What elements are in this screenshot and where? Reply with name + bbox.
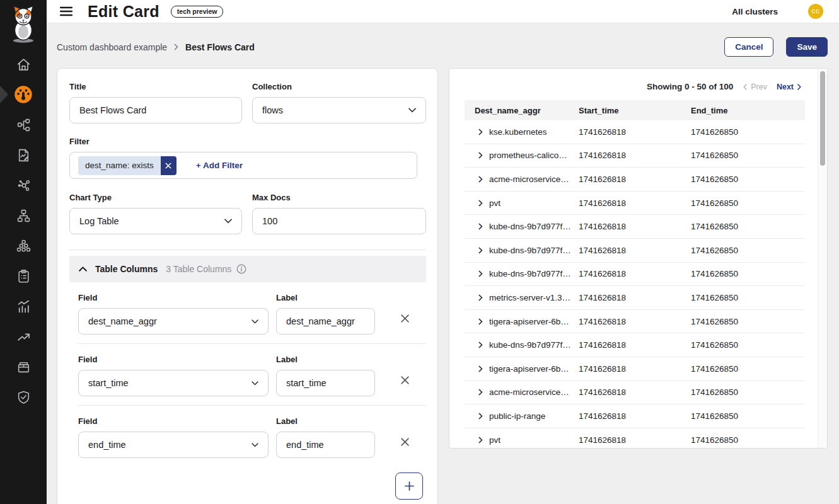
table-row[interactable]: pvt 1741626818 1741626850	[465, 192, 805, 215]
cluster-selector[interactable]: All clusters	[732, 7, 778, 16]
row-expand-chevron-icon[interactable]	[478, 413, 483, 420]
cell-dest-name-aggr: tigera-apiserver-6b…	[489, 317, 569, 326]
cell-end-time: 1741626850	[691, 293, 805, 302]
plus-icon	[405, 481, 414, 491]
sidebar-item-reports[interactable]	[0, 140, 47, 170]
chevron-right-icon	[797, 84, 801, 90]
table-row[interactable]: prometheus-calico… 1741626818 1741626850	[465, 144, 805, 168]
remove-column-button[interactable]	[398, 435, 412, 449]
active-item-wedge	[0, 86, 8, 103]
sidebar-item-packages[interactable]	[0, 352, 47, 382]
document-edit-icon	[16, 148, 31, 163]
hamburger-menu-icon[interactable]	[59, 4, 74, 19]
label-input[interactable]	[276, 370, 375, 396]
divider	[69, 249, 426, 250]
table-row[interactable]: tigera-apiserver-6b… 1741626818 17416268…	[465, 310, 805, 334]
column-header-dest-name-aggr: Dest_name_aggr	[465, 106, 579, 115]
max-docs-input[interactable]	[252, 208, 426, 234]
sidebar-item-clusters[interactable]	[0, 231, 47, 261]
table-row[interactable]: kube-dns-9b7d977f… 1741626818 1741626850	[465, 333, 805, 357]
trend-arrow-icon	[16, 329, 31, 344]
chevron-down-icon	[408, 108, 416, 113]
field-select[interactable]: start_time	[78, 370, 269, 396]
top-bar: Edit Card tech preview All clusters CC	[47, 0, 839, 23]
collection-select[interactable]: flows	[252, 97, 426, 123]
row-expand-chevron-icon[interactable]	[478, 389, 483, 396]
shield-check-icon	[16, 390, 31, 404]
cell-dest-name-aggr: public-ip-range	[489, 411, 545, 421]
field-select[interactable]: dest_name_aggr	[78, 308, 269, 335]
sidebar-nav	[0, 49, 47, 412]
label-input[interactable]	[276, 432, 375, 458]
sidebar-item-flow-visualizations[interactable]	[0, 170, 47, 200]
row-expand-chevron-icon[interactable]	[478, 437, 483, 444]
table-row[interactable]: acme-microservice… 1741626818 1741626850	[465, 381, 805, 405]
vertical-scrollbar[interactable]	[818, 69, 827, 448]
table-columns-rows: Field dest_name_aggr Label Field start_t…	[69, 282, 426, 467]
info-icon[interactable]	[236, 264, 246, 274]
table-row[interactable]: kube-dns-9b7d977f… 1741626818 1741626850	[465, 215, 805, 239]
remove-column-button[interactable]	[398, 311, 412, 326]
add-column-button[interactable]	[395, 472, 423, 500]
table-row[interactable]: pvt 1741626818 1741626850	[465, 428, 805, 449]
table-column-editor-row: Field end_time Label	[78, 405, 426, 467]
clipboard-list-icon	[16, 269, 31, 284]
sidebar-item-hosts[interactable]	[0, 200, 47, 231]
chevron-down-icon	[224, 219, 232, 224]
sidebar-item-service-graph[interactable]	[0, 110, 47, 140]
row-expand-chevron-icon[interactable]	[478, 294, 483, 301]
sidebar-item-policies[interactable]	[0, 261, 47, 291]
next-page-button[interactable]: Next	[777, 83, 801, 91]
breadcrumb-parent-link[interactable]: Custom dashboard example	[57, 42, 167, 52]
title-input[interactable]	[69, 97, 242, 123]
label-input[interactable]	[276, 308, 375, 335]
row-expand-chevron-icon[interactable]	[478, 176, 483, 183]
cancel-button[interactable]: Cancel	[724, 37, 773, 57]
cell-dest-name-aggr: kse.kubernetes	[489, 127, 547, 137]
cell-start-time: 1741626818	[579, 317, 691, 326]
sidebar-item-home[interactable]	[0, 49, 47, 79]
row-expand-chevron-icon[interactable]	[478, 223, 483, 230]
sidebar-item-statistics[interactable]	[0, 291, 47, 321]
sidebar-item-dashboards[interactable]	[0, 79, 47, 110]
field-select[interactable]: end_time	[78, 432, 269, 458]
table-row[interactable]: acme-microservice… 1741626818 1741626850	[465, 168, 805, 192]
save-button[interactable]: Save	[786, 37, 828, 57]
scrollbar-thumb[interactable]	[820, 71, 825, 166]
table-row[interactable]: kube-dns-9b7d977f… 1741626818 1741626850	[465, 239, 805, 263]
cell-end-time: 1741626850	[691, 198, 805, 208]
chevron-up-icon	[79, 266, 87, 272]
page-title: Edit Card	[88, 3, 159, 21]
row-expand-chevron-icon[interactable]	[478, 341, 483, 348]
row-expand-chevron-icon[interactable]	[478, 318, 483, 325]
field-select-value: end_time	[88, 440, 126, 450]
prev-page-button[interactable]: Prev	[743, 83, 767, 91]
filter-input[interactable]: dest_name: exists + Add Filter	[69, 152, 417, 179]
table-row[interactable]: kube-dns-9b7d977f… 1741626818 1741626850	[465, 263, 805, 287]
table-row[interactable]: kse.kubernetes 1741626818 1741626850	[465, 120, 805, 144]
sidebar-item-trends[interactable]	[0, 321, 47, 352]
row-expand-chevron-icon[interactable]	[478, 247, 483, 254]
table-row[interactable]: public-ip-range 1741626818 1741626850	[465, 404, 805, 428]
cell-end-time: 1741626850	[691, 175, 805, 184]
row-expand-chevron-icon[interactable]	[478, 129, 483, 135]
table-row[interactable]: tigera-apiserver-6b… 1741626818 17416268…	[465, 357, 805, 381]
calico-cat-logo[interactable]	[7, 3, 40, 45]
remove-filter-button[interactable]	[161, 156, 176, 175]
remove-column-button[interactable]	[398, 373, 412, 387]
sidebar-item-security[interactable]	[0, 382, 47, 412]
filter-field-label: Filter	[69, 137, 426, 146]
sitemap-icon	[16, 209, 31, 223]
row-expand-chevron-icon[interactable]	[478, 200, 483, 207]
chart-type-select[interactable]: Log Table	[69, 208, 242, 234]
table-row[interactable]: metrics-server-v1.3… 1741626818 17416268…	[465, 286, 805, 310]
table-columns-section-header[interactable]: Table Columns 3 Table Columns	[69, 256, 426, 282]
cell-dest-name-aggr: kube-dns-9b7d977f…	[489, 269, 571, 278]
user-avatar[interactable]: CC	[808, 4, 823, 19]
circle-cluster-icon	[16, 239, 31, 253]
add-filter-link[interactable]: + Add Filter	[196, 161, 243, 170]
row-expand-chevron-icon[interactable]	[478, 152, 483, 159]
column-header-end-time: End_time	[691, 106, 805, 115]
row-expand-chevron-icon[interactable]	[478, 365, 483, 372]
row-expand-chevron-icon[interactable]	[478, 270, 483, 277]
